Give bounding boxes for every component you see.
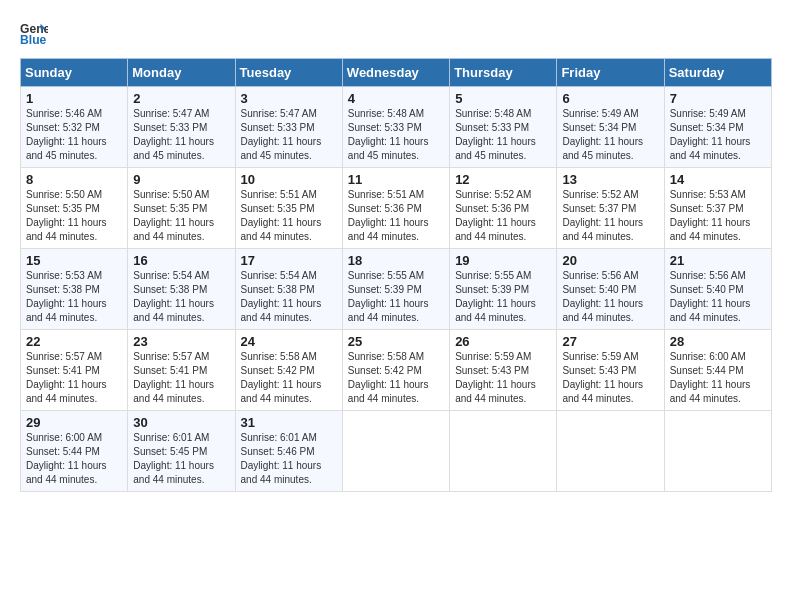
calendar-cell: [664, 411, 771, 492]
calendar-cell: 27Sunrise: 5:59 AM Sunset: 5:43 PM Dayli…: [557, 330, 664, 411]
calendar-cell: 26Sunrise: 5:59 AM Sunset: 5:43 PM Dayli…: [450, 330, 557, 411]
week-row-2: 8Sunrise: 5:50 AM Sunset: 5:35 PM Daylig…: [21, 168, 772, 249]
calendar-cell: 15Sunrise: 5:53 AM Sunset: 5:38 PM Dayli…: [21, 249, 128, 330]
day-number: 11: [348, 172, 444, 187]
header-monday: Monday: [128, 59, 235, 87]
calendar-cell: 5Sunrise: 5:48 AM Sunset: 5:33 PM Daylig…: [450, 87, 557, 168]
day-number: 10: [241, 172, 337, 187]
calendar-cell: 23Sunrise: 5:57 AM Sunset: 5:41 PM Dayli…: [128, 330, 235, 411]
calendar-cell: [557, 411, 664, 492]
calendar-cell: 11Sunrise: 5:51 AM Sunset: 5:36 PM Dayli…: [342, 168, 449, 249]
day-number: 4: [348, 91, 444, 106]
day-number: 14: [670, 172, 766, 187]
day-info: Sunrise: 5:51 AM Sunset: 5:35 PM Dayligh…: [241, 188, 337, 244]
day-info: Sunrise: 5:57 AM Sunset: 5:41 PM Dayligh…: [26, 350, 122, 406]
calendar-cell: 2Sunrise: 5:47 AM Sunset: 5:33 PM Daylig…: [128, 87, 235, 168]
day-info: Sunrise: 5:54 AM Sunset: 5:38 PM Dayligh…: [133, 269, 229, 325]
day-info: Sunrise: 5:59 AM Sunset: 5:43 PM Dayligh…: [562, 350, 658, 406]
calendar-cell: 25Sunrise: 5:58 AM Sunset: 5:42 PM Dayli…: [342, 330, 449, 411]
page-header: General Blue: [20, 20, 772, 48]
day-info: Sunrise: 5:52 AM Sunset: 5:36 PM Dayligh…: [455, 188, 551, 244]
day-number: 15: [26, 253, 122, 268]
header-saturday: Saturday: [664, 59, 771, 87]
day-info: Sunrise: 5:58 AM Sunset: 5:42 PM Dayligh…: [348, 350, 444, 406]
week-row-1: 1Sunrise: 5:46 AM Sunset: 5:32 PM Daylig…: [21, 87, 772, 168]
calendar-cell: 16Sunrise: 5:54 AM Sunset: 5:38 PM Dayli…: [128, 249, 235, 330]
day-number: 12: [455, 172, 551, 187]
day-number: 8: [26, 172, 122, 187]
day-number: 1: [26, 91, 122, 106]
day-number: 7: [670, 91, 766, 106]
header-thursday: Thursday: [450, 59, 557, 87]
calendar-cell: 21Sunrise: 5:56 AM Sunset: 5:40 PM Dayli…: [664, 249, 771, 330]
day-info: Sunrise: 5:57 AM Sunset: 5:41 PM Dayligh…: [133, 350, 229, 406]
day-number: 5: [455, 91, 551, 106]
calendar-cell: 20Sunrise: 5:56 AM Sunset: 5:40 PM Dayli…: [557, 249, 664, 330]
header-wednesday: Wednesday: [342, 59, 449, 87]
day-number: 20: [562, 253, 658, 268]
calendar-cell: 10Sunrise: 5:51 AM Sunset: 5:35 PM Dayli…: [235, 168, 342, 249]
week-row-4: 22Sunrise: 5:57 AM Sunset: 5:41 PM Dayli…: [21, 330, 772, 411]
day-info: Sunrise: 5:49 AM Sunset: 5:34 PM Dayligh…: [670, 107, 766, 163]
calendar-cell: 17Sunrise: 5:54 AM Sunset: 5:38 PM Dayli…: [235, 249, 342, 330]
day-info: Sunrise: 6:01 AM Sunset: 5:46 PM Dayligh…: [241, 431, 337, 487]
day-info: Sunrise: 5:47 AM Sunset: 5:33 PM Dayligh…: [241, 107, 337, 163]
day-number: 25: [348, 334, 444, 349]
day-info: Sunrise: 5:49 AM Sunset: 5:34 PM Dayligh…: [562, 107, 658, 163]
calendar-cell: 7Sunrise: 5:49 AM Sunset: 5:34 PM Daylig…: [664, 87, 771, 168]
day-number: 22: [26, 334, 122, 349]
day-info: Sunrise: 5:55 AM Sunset: 5:39 PM Dayligh…: [455, 269, 551, 325]
day-info: Sunrise: 5:58 AM Sunset: 5:42 PM Dayligh…: [241, 350, 337, 406]
calendar-cell: 14Sunrise: 5:53 AM Sunset: 5:37 PM Dayli…: [664, 168, 771, 249]
day-info: Sunrise: 5:48 AM Sunset: 5:33 PM Dayligh…: [455, 107, 551, 163]
day-info: Sunrise: 5:48 AM Sunset: 5:33 PM Dayligh…: [348, 107, 444, 163]
calendar-cell: 18Sunrise: 5:55 AM Sunset: 5:39 PM Dayli…: [342, 249, 449, 330]
calendar-cell: 28Sunrise: 6:00 AM Sunset: 5:44 PM Dayli…: [664, 330, 771, 411]
day-number: 30: [133, 415, 229, 430]
calendar-cell: 31Sunrise: 6:01 AM Sunset: 5:46 PM Dayli…: [235, 411, 342, 492]
calendar-cell: 8Sunrise: 5:50 AM Sunset: 5:35 PM Daylig…: [21, 168, 128, 249]
calendar-cell: 29Sunrise: 6:00 AM Sunset: 5:44 PM Dayli…: [21, 411, 128, 492]
calendar-cell: 3Sunrise: 5:47 AM Sunset: 5:33 PM Daylig…: [235, 87, 342, 168]
svg-text:Blue: Blue: [20, 33, 47, 47]
header-tuesday: Tuesday: [235, 59, 342, 87]
calendar-header-row: SundayMondayTuesdayWednesdayThursdayFrid…: [21, 59, 772, 87]
day-number: 6: [562, 91, 658, 106]
day-number: 21: [670, 253, 766, 268]
day-number: 31: [241, 415, 337, 430]
calendar-cell: 30Sunrise: 6:01 AM Sunset: 5:45 PM Dayli…: [128, 411, 235, 492]
day-number: 13: [562, 172, 658, 187]
calendar-cell: [450, 411, 557, 492]
day-number: 27: [562, 334, 658, 349]
day-number: 24: [241, 334, 337, 349]
logo-icon: General Blue: [20, 20, 48, 48]
day-number: 3: [241, 91, 337, 106]
day-info: Sunrise: 5:47 AM Sunset: 5:33 PM Dayligh…: [133, 107, 229, 163]
header-sunday: Sunday: [21, 59, 128, 87]
calendar-cell: 24Sunrise: 5:58 AM Sunset: 5:42 PM Dayli…: [235, 330, 342, 411]
day-number: 2: [133, 91, 229, 106]
day-number: 18: [348, 253, 444, 268]
week-row-5: 29Sunrise: 6:00 AM Sunset: 5:44 PM Dayli…: [21, 411, 772, 492]
calendar-table: SundayMondayTuesdayWednesdayThursdayFrid…: [20, 58, 772, 492]
day-info: Sunrise: 5:56 AM Sunset: 5:40 PM Dayligh…: [670, 269, 766, 325]
calendar-cell: 4Sunrise: 5:48 AM Sunset: 5:33 PM Daylig…: [342, 87, 449, 168]
day-info: Sunrise: 5:59 AM Sunset: 5:43 PM Dayligh…: [455, 350, 551, 406]
day-number: 17: [241, 253, 337, 268]
calendar-cell: 9Sunrise: 5:50 AM Sunset: 5:35 PM Daylig…: [128, 168, 235, 249]
day-number: 16: [133, 253, 229, 268]
header-friday: Friday: [557, 59, 664, 87]
day-number: 19: [455, 253, 551, 268]
day-number: 9: [133, 172, 229, 187]
day-info: Sunrise: 5:56 AM Sunset: 5:40 PM Dayligh…: [562, 269, 658, 325]
logo: General Blue: [20, 20, 48, 48]
day-number: 28: [670, 334, 766, 349]
calendar-cell: 6Sunrise: 5:49 AM Sunset: 5:34 PM Daylig…: [557, 87, 664, 168]
day-info: Sunrise: 5:53 AM Sunset: 5:37 PM Dayligh…: [670, 188, 766, 244]
week-row-3: 15Sunrise: 5:53 AM Sunset: 5:38 PM Dayli…: [21, 249, 772, 330]
day-info: Sunrise: 5:50 AM Sunset: 5:35 PM Dayligh…: [133, 188, 229, 244]
day-number: 23: [133, 334, 229, 349]
day-number: 26: [455, 334, 551, 349]
day-info: Sunrise: 5:54 AM Sunset: 5:38 PM Dayligh…: [241, 269, 337, 325]
day-info: Sunrise: 5:51 AM Sunset: 5:36 PM Dayligh…: [348, 188, 444, 244]
